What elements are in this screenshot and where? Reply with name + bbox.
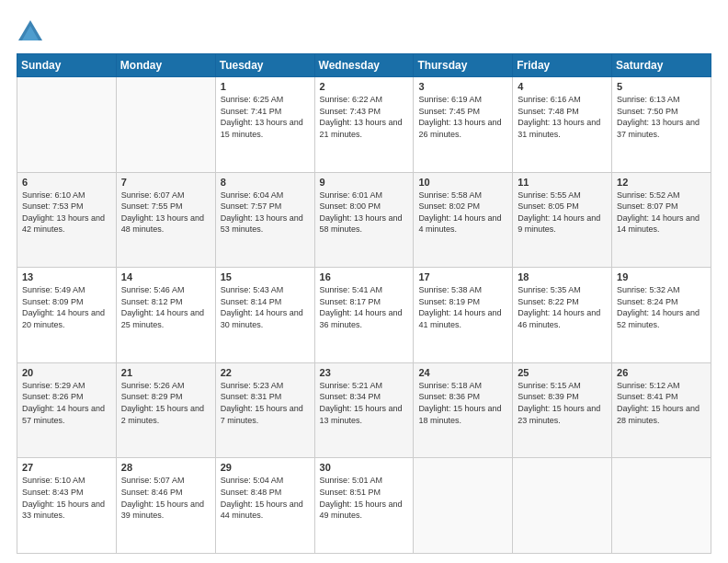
calendar-cell: 20Sunrise: 5:29 AMSunset: 8:26 PMDayligh… — [17, 362, 117, 458]
cell-info: Sunrise: 5:01 AMSunset: 8:51 PMDaylight:… — [320, 475, 409, 521]
cell-info: Sunrise: 6:01 AMSunset: 8:00 PMDaylight:… — [320, 190, 409, 236]
calendar-cell: 10Sunrise: 5:58 AMSunset: 8:02 PMDayligh… — [414, 172, 513, 268]
cell-info: Sunrise: 6:13 AMSunset: 7:50 PMDaylight:… — [617, 94, 706, 140]
cell-info: Sunrise: 6:16 AMSunset: 7:48 PMDaylight:… — [518, 94, 607, 140]
day-number: 10 — [418, 177, 507, 188]
calendar-cell: 11Sunrise: 5:55 AMSunset: 8:05 PMDayligh… — [513, 172, 612, 268]
day-number: 23 — [320, 367, 409, 378]
calendar-cell: 26Sunrise: 5:12 AMSunset: 8:41 PMDayligh… — [612, 362, 711, 458]
cell-info: Sunrise: 5:38 AMSunset: 8:19 PMDaylight:… — [418, 284, 507, 330]
day-of-week-header: Thursday — [414, 54, 513, 77]
day-number: 11 — [518, 177, 607, 188]
calendar-week-row: 13Sunrise: 5:49 AMSunset: 8:09 PMDayligh… — [17, 268, 711, 363]
day-number: 22 — [221, 367, 310, 378]
cell-info: Sunrise: 6:22 AMSunset: 7:43 PMDaylight:… — [320, 94, 409, 140]
calendar-header-row: SundayMondayTuesdayWednesdayThursdayFrid… — [17, 54, 711, 77]
cell-info: Sunrise: 5:32 AMSunset: 8:24 PMDaylight:… — [617, 284, 706, 330]
calendar-cell: 19Sunrise: 5:32 AMSunset: 8:24 PMDayligh… — [612, 268, 711, 363]
cell-info: Sunrise: 5:26 AMSunset: 8:29 PMDaylight:… — [121, 380, 210, 426]
cell-info: Sunrise: 5:07 AMSunset: 8:46 PMDaylight:… — [121, 475, 210, 521]
cell-info: Sunrise: 5:58 AMSunset: 8:02 PMDaylight:… — [418, 190, 507, 236]
day-number: 18 — [518, 271, 607, 282]
calendar-week-row: 27Sunrise: 5:10 AMSunset: 8:43 PMDayligh… — [17, 458, 711, 554]
day-number: 8 — [221, 177, 310, 188]
calendar-cell: 7Sunrise: 6:07 AMSunset: 7:55 PMDaylight… — [116, 172, 215, 268]
day-number: 30 — [320, 462, 409, 473]
day-of-week-header: Friday — [513, 54, 612, 77]
cell-info: Sunrise: 6:04 AMSunset: 7:57 PMDaylight:… — [221, 190, 310, 236]
calendar-cell: 1Sunrise: 6:25 AMSunset: 7:41 PMDaylight… — [215, 77, 314, 173]
cell-info: Sunrise: 5:49 AMSunset: 8:09 PMDaylight:… — [22, 284, 111, 330]
day-number: 21 — [121, 367, 210, 378]
cell-info: Sunrise: 5:15 AMSunset: 8:39 PMDaylight:… — [518, 380, 607, 426]
day-number: 7 — [121, 177, 210, 188]
calendar-cell: 13Sunrise: 5:49 AMSunset: 8:09 PMDayligh… — [17, 268, 117, 363]
cell-info: Sunrise: 5:29 AMSunset: 8:26 PMDaylight:… — [22, 380, 111, 426]
day-number: 2 — [320, 81, 409, 92]
cell-info: Sunrise: 5:21 AMSunset: 8:34 PMDaylight:… — [320, 380, 409, 426]
cell-info: Sunrise: 5:18 AMSunset: 8:36 PMDaylight:… — [418, 380, 507, 426]
calendar-cell: 28Sunrise: 5:07 AMSunset: 8:46 PMDayligh… — [116, 458, 215, 554]
day-of-week-header: Tuesday — [215, 54, 314, 77]
calendar-cell — [116, 77, 215, 173]
header — [17, 17, 711, 44]
day-number: 12 — [617, 177, 706, 188]
day-number: 13 — [22, 271, 111, 282]
day-number: 17 — [418, 271, 507, 282]
calendar-cell: 18Sunrise: 5:35 AMSunset: 8:22 PMDayligh… — [513, 268, 612, 363]
day-number: 29 — [221, 462, 310, 473]
day-number: 16 — [320, 271, 409, 282]
cell-info: Sunrise: 6:10 AMSunset: 7:53 PMDaylight:… — [22, 190, 111, 236]
day-number: 9 — [320, 177, 409, 188]
calendar-week-row: 1Sunrise: 6:25 AMSunset: 7:41 PMDaylight… — [17, 77, 711, 173]
calendar-cell: 3Sunrise: 6:19 AMSunset: 7:45 PMDaylight… — [414, 77, 513, 173]
day-number: 15 — [221, 271, 310, 282]
calendar-cell: 23Sunrise: 5:21 AMSunset: 8:34 PMDayligh… — [314, 362, 414, 458]
calendar-cell: 15Sunrise: 5:43 AMSunset: 8:14 PMDayligh… — [215, 268, 314, 363]
logo-icon — [17, 17, 44, 44]
calendar-cell: 30Sunrise: 5:01 AMSunset: 8:51 PMDayligh… — [314, 458, 414, 554]
cell-info: Sunrise: 5:41 AMSunset: 8:17 PMDaylight:… — [320, 284, 409, 330]
day-number: 25 — [518, 367, 607, 378]
day-number: 27 — [22, 462, 111, 473]
calendar-cell: 24Sunrise: 5:18 AMSunset: 8:36 PMDayligh… — [414, 362, 513, 458]
calendar-cell: 25Sunrise: 5:15 AMSunset: 8:39 PMDayligh… — [513, 362, 612, 458]
cell-info: Sunrise: 5:46 AMSunset: 8:12 PMDaylight:… — [121, 284, 210, 330]
day-number: 5 — [617, 81, 706, 92]
calendar-cell: 14Sunrise: 5:46 AMSunset: 8:12 PMDayligh… — [116, 268, 215, 363]
calendar-cell — [17, 77, 117, 173]
cell-info: Sunrise: 6:25 AMSunset: 7:41 PMDaylight:… — [221, 94, 310, 140]
day-number: 19 — [617, 271, 706, 282]
calendar-cell: 6Sunrise: 6:10 AMSunset: 7:53 PMDaylight… — [17, 172, 117, 268]
calendar-cell: 8Sunrise: 6:04 AMSunset: 7:57 PMDaylight… — [215, 172, 314, 268]
day-number: 3 — [418, 81, 507, 92]
calendar-cell: 22Sunrise: 5:23 AMSunset: 8:31 PMDayligh… — [215, 362, 314, 458]
day-of-week-header: Saturday — [612, 54, 711, 77]
day-number: 26 — [617, 367, 706, 378]
day-of-week-header: Sunday — [17, 54, 117, 77]
cell-info: Sunrise: 5:43 AMSunset: 8:14 PMDaylight:… — [221, 284, 310, 330]
calendar-cell: 12Sunrise: 5:52 AMSunset: 8:07 PMDayligh… — [612, 172, 711, 268]
day-number: 24 — [418, 367, 507, 378]
cell-info: Sunrise: 5:12 AMSunset: 8:41 PMDaylight:… — [617, 380, 706, 426]
cell-info: Sunrise: 5:23 AMSunset: 8:31 PMDaylight:… — [221, 380, 310, 426]
calendar-cell: 21Sunrise: 5:26 AMSunset: 8:29 PMDayligh… — [116, 362, 215, 458]
calendar-cell — [513, 458, 612, 554]
calendar-cell: 5Sunrise: 6:13 AMSunset: 7:50 PMDaylight… — [612, 77, 711, 173]
day-of-week-header: Monday — [116, 54, 215, 77]
calendar-cell: 27Sunrise: 5:10 AMSunset: 8:43 PMDayligh… — [17, 458, 117, 554]
calendar-cell — [612, 458, 711, 554]
calendar-cell: 4Sunrise: 6:16 AMSunset: 7:48 PMDaylight… — [513, 77, 612, 173]
cell-info: Sunrise: 5:55 AMSunset: 8:05 PMDaylight:… — [518, 190, 607, 236]
day-of-week-header: Wednesday — [314, 54, 414, 77]
calendar-week-row: 6Sunrise: 6:10 AMSunset: 7:53 PMDaylight… — [17, 172, 711, 268]
cell-info: Sunrise: 5:52 AMSunset: 8:07 PMDaylight:… — [617, 190, 706, 236]
day-number: 20 — [22, 367, 111, 378]
day-number: 1 — [221, 81, 310, 92]
cell-info: Sunrise: 5:10 AMSunset: 8:43 PMDaylight:… — [22, 475, 111, 521]
cell-info: Sunrise: 6:07 AMSunset: 7:55 PMDaylight:… — [121, 190, 210, 236]
calendar-cell: 9Sunrise: 6:01 AMSunset: 8:00 PMDaylight… — [314, 172, 414, 268]
cell-info: Sunrise: 5:35 AMSunset: 8:22 PMDaylight:… — [518, 284, 607, 330]
calendar-week-row: 20Sunrise: 5:29 AMSunset: 8:26 PMDayligh… — [17, 362, 711, 458]
cell-info: Sunrise: 5:04 AMSunset: 8:48 PMDaylight:… — [221, 475, 310, 521]
